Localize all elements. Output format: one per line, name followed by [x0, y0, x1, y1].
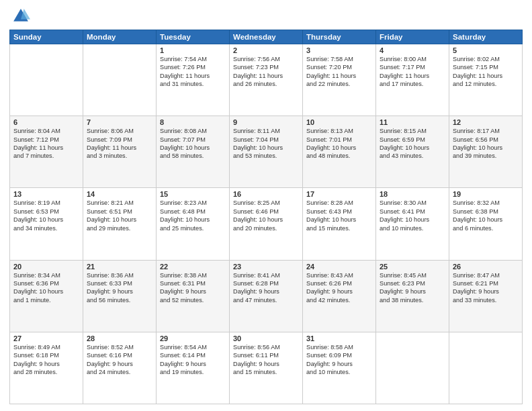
day-number: 15	[160, 190, 226, 198]
weekday-header-wednesday: Wednesday	[230, 30, 303, 44]
day-info: Sunrise: 8:23 AMSunset: 6:48 PMDaylight:…	[160, 199, 226, 232]
day-cell: 30Sunrise: 8:56 AMSunset: 6:11 PMDayligh…	[230, 332, 303, 404]
day-number: 27	[13, 334, 79, 342]
day-info: Sunrise: 8:02 AMSunset: 7:15 PMDaylight:…	[453, 55, 519, 89]
day-number: 10	[306, 118, 372, 126]
day-cell: 5Sunrise: 8:02 AMSunset: 7:15 PMDaylight…	[449, 44, 523, 116]
day-number: 31	[306, 334, 372, 342]
weekday-header-sunday: Sunday	[10, 30, 83, 44]
day-cell: 21Sunrise: 8:36 AMSunset: 6:33 PMDayligh…	[83, 260, 157, 332]
day-number: 1	[160, 46, 226, 54]
logo-icon	[11, 7, 30, 26]
day-info: Sunrise: 8:58 AMSunset: 6:09 PMDaylight:…	[306, 343, 372, 377]
day-info: Sunrise: 8:19 AMSunset: 6:53 PMDaylight:…	[13, 199, 79, 232]
day-cell: 6Sunrise: 8:04 AMSunset: 7:12 PMDaylight…	[10, 116, 83, 188]
day-cell: 4Sunrise: 8:00 AMSunset: 7:17 PMDaylight…	[376, 44, 449, 116]
page: SundayMondayTuesdayWednesdayThursdayFrid…	[0, 0, 532, 411]
day-cell: 27Sunrise: 8:49 AMSunset: 6:18 PMDayligh…	[10, 332, 83, 404]
day-info: Sunrise: 8:04 AMSunset: 7:12 PMDaylight:…	[13, 127, 79, 161]
day-cell: 8Sunrise: 8:08 AMSunset: 7:07 PMDaylight…	[157, 116, 230, 188]
day-number: 29	[160, 334, 226, 342]
day-number: 7	[87, 118, 152, 126]
day-number: 8	[160, 118, 226, 126]
logo	[9, 7, 30, 26]
week-row-5: 27Sunrise: 8:49 AMSunset: 6:18 PMDayligh…	[10, 332, 523, 404]
day-number: 28	[87, 334, 152, 342]
calendar: SundayMondayTuesdayWednesdayThursdayFrid…	[9, 30, 523, 404]
day-cell: 29Sunrise: 8:54 AMSunset: 6:14 PMDayligh…	[157, 332, 230, 404]
day-number: 24	[306, 263, 372, 271]
day-cell: 13Sunrise: 8:19 AMSunset: 6:53 PMDayligh…	[10, 188, 83, 260]
day-info: Sunrise: 8:38 AMSunset: 6:31 PMDaylight:…	[160, 271, 226, 305]
day-cell: 17Sunrise: 8:28 AMSunset: 6:43 PMDayligh…	[303, 188, 376, 260]
day-number: 4	[380, 46, 445, 54]
day-cell	[10, 44, 83, 116]
day-info: Sunrise: 8:56 AMSunset: 6:11 PMDaylight:…	[233, 343, 299, 377]
day-info: Sunrise: 8:32 AMSunset: 6:38 PMDaylight:…	[453, 199, 519, 232]
day-cell: 3Sunrise: 7:58 AMSunset: 7:20 PMDaylight…	[303, 44, 376, 116]
weekday-row: SundayMondayTuesdayWednesdayThursdayFrid…	[10, 30, 523, 44]
day-info: Sunrise: 8:00 AMSunset: 7:17 PMDaylight:…	[380, 55, 445, 89]
day-number: 18	[380, 190, 445, 198]
day-info: Sunrise: 8:49 AMSunset: 6:18 PMDaylight:…	[13, 343, 79, 377]
calendar-header: SundayMondayTuesdayWednesdayThursdayFrid…	[10, 30, 523, 44]
day-info: Sunrise: 8:28 AMSunset: 6:43 PMDaylight:…	[306, 199, 372, 232]
weekday-header-friday: Friday	[376, 30, 449, 44]
day-info: Sunrise: 8:21 AMSunset: 6:51 PMDaylight:…	[87, 199, 152, 232]
day-info: Sunrise: 8:43 AMSunset: 6:26 PMDaylight:…	[306, 271, 372, 305]
day-cell: 14Sunrise: 8:21 AMSunset: 6:51 PMDayligh…	[83, 188, 157, 260]
day-cell: 22Sunrise: 8:38 AMSunset: 6:31 PMDayligh…	[157, 260, 230, 332]
day-number: 11	[380, 118, 445, 126]
day-number: 16	[233, 190, 299, 198]
week-row-1: 1Sunrise: 7:54 AMSunset: 7:26 PMDaylight…	[10, 44, 523, 116]
day-number: 9	[233, 118, 299, 126]
day-number: 14	[87, 190, 152, 198]
day-cell	[449, 332, 523, 404]
day-number: 26	[453, 263, 519, 271]
week-row-4: 20Sunrise: 8:34 AMSunset: 6:36 PMDayligh…	[10, 260, 523, 332]
day-info: Sunrise: 8:45 AMSunset: 6:23 PMDaylight:…	[380, 271, 445, 305]
calendar-body: 1Sunrise: 7:54 AMSunset: 7:26 PMDaylight…	[10, 44, 523, 404]
day-number: 3	[306, 46, 372, 54]
day-cell: 9Sunrise: 8:11 AMSunset: 7:04 PMDaylight…	[230, 116, 303, 188]
day-cell: 18Sunrise: 8:30 AMSunset: 6:41 PMDayligh…	[376, 188, 449, 260]
day-number: 17	[306, 190, 372, 198]
day-cell: 7Sunrise: 8:06 AMSunset: 7:09 PMDaylight…	[83, 116, 157, 188]
day-cell: 31Sunrise: 8:58 AMSunset: 6:09 PMDayligh…	[303, 332, 376, 404]
day-info: Sunrise: 7:56 AMSunset: 7:23 PMDaylight:…	[233, 55, 299, 89]
day-number: 6	[13, 118, 79, 126]
day-info: Sunrise: 8:06 AMSunset: 7:09 PMDaylight:…	[87, 127, 152, 161]
day-info: Sunrise: 7:58 AMSunset: 7:20 PMDaylight:…	[306, 55, 372, 89]
day-number: 12	[453, 118, 519, 126]
weekday-header-thursday: Thursday	[303, 30, 376, 44]
day-number: 5	[453, 46, 519, 54]
day-cell: 19Sunrise: 8:32 AMSunset: 6:38 PMDayligh…	[449, 188, 523, 260]
day-cell: 20Sunrise: 8:34 AMSunset: 6:36 PMDayligh…	[10, 260, 83, 332]
weekday-header-saturday: Saturday	[449, 30, 523, 44]
week-row-3: 13Sunrise: 8:19 AMSunset: 6:53 PMDayligh…	[10, 188, 523, 260]
day-info: Sunrise: 8:11 AMSunset: 7:04 PMDaylight:…	[233, 127, 299, 161]
day-cell: 15Sunrise: 8:23 AMSunset: 6:48 PMDayligh…	[157, 188, 230, 260]
weekday-header-tuesday: Tuesday	[157, 30, 230, 44]
day-info: Sunrise: 8:15 AMSunset: 6:59 PMDaylight:…	[380, 127, 445, 161]
day-number: 21	[87, 263, 152, 271]
day-number: 13	[13, 190, 79, 198]
day-number: 22	[160, 263, 226, 271]
day-number: 23	[233, 263, 299, 271]
day-cell: 12Sunrise: 8:17 AMSunset: 6:56 PMDayligh…	[449, 116, 523, 188]
day-cell: 28Sunrise: 8:52 AMSunset: 6:16 PMDayligh…	[83, 332, 157, 404]
day-info: Sunrise: 8:30 AMSunset: 6:41 PMDaylight:…	[380, 199, 445, 232]
day-cell: 16Sunrise: 8:25 AMSunset: 6:46 PMDayligh…	[230, 188, 303, 260]
week-row-2: 6Sunrise: 8:04 AMSunset: 7:12 PMDaylight…	[10, 116, 523, 188]
day-number: 2	[233, 46, 299, 54]
day-cell: 11Sunrise: 8:15 AMSunset: 6:59 PMDayligh…	[376, 116, 449, 188]
header	[9, 7, 523, 26]
day-info: Sunrise: 8:13 AMSunset: 7:01 PMDaylight:…	[306, 127, 372, 161]
day-info: Sunrise: 7:54 AMSunset: 7:26 PMDaylight:…	[160, 55, 226, 89]
day-cell: 10Sunrise: 8:13 AMSunset: 7:01 PMDayligh…	[303, 116, 376, 188]
day-info: Sunrise: 8:34 AMSunset: 6:36 PMDaylight:…	[13, 271, 79, 305]
day-info: Sunrise: 8:47 AMSunset: 6:21 PMDaylight:…	[453, 271, 519, 305]
day-cell: 1Sunrise: 7:54 AMSunset: 7:26 PMDaylight…	[157, 44, 230, 116]
day-number: 19	[453, 190, 519, 198]
day-info: Sunrise: 8:52 AMSunset: 6:16 PMDaylight:…	[87, 343, 152, 377]
